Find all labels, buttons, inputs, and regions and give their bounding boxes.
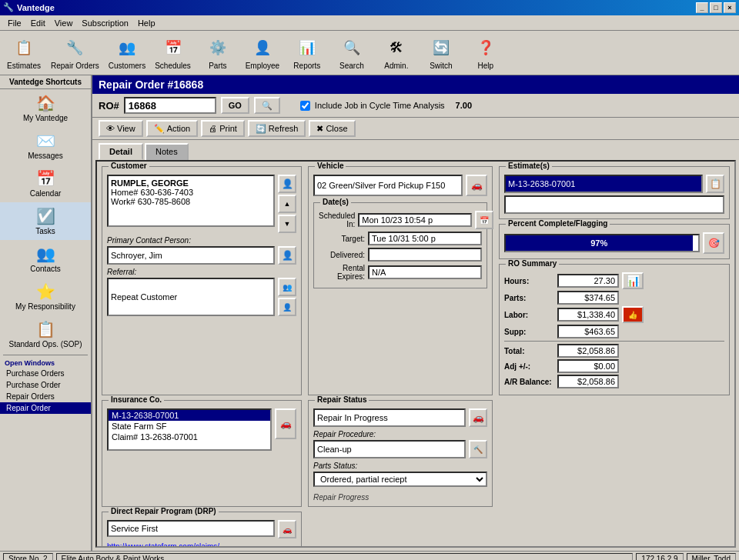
- toolbar-estimates[interactable]: 📋 Estimates: [5, 34, 43, 72]
- vehicle-group: Vehicle 🚗 Date(s) Scheduled In: 📅: [308, 166, 493, 395]
- labor-value[interactable]: [557, 308, 619, 322]
- close-icon: ✖: [316, 124, 323, 134]
- scheduled-in-calendar[interactable]: 📅: [475, 211, 493, 229]
- estimates-input2[interactable]: [504, 195, 724, 214]
- toolbar-customers[interactable]: 👥 Customers: [107, 34, 147, 72]
- rental-expires-input[interactable]: [368, 265, 482, 279]
- hours-detail-btn[interactable]: 📊: [622, 272, 644, 289]
- refresh-button[interactable]: 🔄 Refresh: [248, 120, 306, 137]
- vehicle-input[interactable]: [313, 175, 463, 196]
- menu-file[interactable]: File: [3, 17, 26, 29]
- referral-btn2[interactable]: 👤: [278, 298, 296, 316]
- menu-subscription[interactable]: Subscription: [77, 17, 133, 29]
- total-row: Total:: [504, 344, 724, 358]
- referral-input[interactable]: [107, 278, 275, 316]
- drp-link[interactable]: http://www.statefarm.com/claims/: [107, 542, 219, 548]
- menu-edit[interactable]: Edit: [26, 17, 50, 29]
- hours-value[interactable]: [557, 274, 619, 288]
- insurance-list[interactable]: M-13-2638-07001 State Farm SF Claim# 13-…: [107, 408, 272, 451]
- supp-value[interactable]: [557, 325, 619, 338]
- customer-scroll-down[interactable]: ▼: [278, 215, 296, 233]
- insurance-item-2[interactable]: Claim# 13-2638-07001: [109, 432, 270, 442]
- menu-help[interactable]: Help: [133, 17, 160, 29]
- primary-contact-input[interactable]: [107, 246, 275, 265]
- toolbar-parts[interactable]: ⚙️ Parts: [199, 34, 237, 72]
- repair-procedure-btn[interactable]: 🔨: [469, 440, 487, 458]
- repair-status-btn[interactable]: 🚗: [469, 408, 487, 427]
- repair-status-input[interactable]: [313, 408, 466, 427]
- repair-procedure-input[interactable]: [313, 440, 466, 458]
- drp-btn[interactable]: 🚗: [278, 520, 296, 538]
- sidebar-item-contacts[interactable]: 👥 Contacts: [0, 240, 91, 278]
- estimates-lookup[interactable]: 📋: [706, 175, 724, 193]
- open-window-purchase-orders[interactable]: Purchase Orders: [0, 368, 91, 379]
- primary-contact-lookup[interactable]: 👤: [278, 246, 296, 265]
- print-button[interactable]: 🖨 Print: [201, 120, 245, 137]
- tab-notes[interactable]: Notes: [145, 143, 189, 160]
- menu-view[interactable]: View: [50, 17, 78, 29]
- toolbar-admin[interactable]: 🛠 Admin.: [377, 34, 416, 72]
- insurance-item-1[interactable]: State Farm SF: [109, 421, 270, 432]
- reports-icon: 📊: [295, 35, 319, 60]
- form-row-2: Insurance Co. M-13-2638-07001 State Farm…: [102, 400, 730, 507]
- cycle-time-checkbox[interactable]: [300, 101, 310, 111]
- ro-search-button[interactable]: 🔍: [254, 97, 280, 114]
- parts-label: Parts: [209, 62, 226, 70]
- total-value[interactable]: [557, 344, 619, 358]
- status-store: Store No. 2: [3, 553, 53, 561]
- scheduled-in-input[interactable]: [358, 213, 472, 227]
- sidebar-label-my-responsibility: My Responsibility: [15, 302, 75, 311]
- close-button[interactable]: ×: [724, 2, 736, 13]
- open-window-repair-orders[interactable]: Repair Orders: [0, 391, 91, 402]
- percent-complete-btn[interactable]: 🎯: [703, 232, 724, 254]
- estimates-group: Estimate(s) 📋: [499, 166, 730, 219]
- help-label: Help: [478, 62, 494, 70]
- open-window-purchase-order[interactable]: Purchase Order: [0, 379, 91, 391]
- toolbar-search[interactable]: 🔍 Search: [333, 34, 371, 72]
- toolbar-repair-orders[interactable]: 🔧 Repair Orders: [49, 34, 101, 72]
- title-bar: 🔧 Vantedge _ □ ×: [0, 0, 739, 15]
- toolbar-switch[interactable]: 🔄 Switch: [422, 34, 460, 72]
- tab-detail[interactable]: Detail: [99, 143, 143, 160]
- insurance-item-0[interactable]: M-13-2638-07001: [109, 410, 270, 421]
- sidebar-item-my-vantedge[interactable]: 🏠 My Vantedge: [0, 89, 91, 127]
- toolbar-schedules[interactable]: 📅 Schedules: [153, 34, 192, 72]
- ro-go-button[interactable]: GO: [221, 97, 249, 114]
- sidebar-item-messages[interactable]: ✉️ Messages: [0, 127, 91, 165]
- drp-input[interactable]: [107, 520, 275, 537]
- estimates-input[interactable]: [504, 175, 703, 193]
- customer-lookup-button[interactable]: 👤: [278, 175, 296, 193]
- ro-summary-group: RO Summary Hours: 📊 Parts: Labor:: [499, 264, 730, 395]
- customer-scroll-up[interactable]: ▲: [278, 195, 296, 213]
- sidebar-item-standard-ops[interactable]: 📋 Standard Ops. (SOP): [0, 315, 91, 353]
- close-button[interactable]: ✖ Close: [309, 120, 355, 137]
- action-button[interactable]: ✏️ Action: [146, 120, 199, 137]
- toolbar-reports[interactable]: 📊 Reports: [288, 34, 326, 72]
- view-button[interactable]: 👁 View: [99, 120, 143, 137]
- form-row-3: Direct Repair Program (DRP) 🚗 http://www…: [102, 512, 730, 548]
- ar-balance-value[interactable]: [557, 375, 619, 388]
- hours-label: Hours:: [504, 277, 554, 285]
- labor-detail-btn[interactable]: 👍: [622, 306, 644, 323]
- parts-value[interactable]: [557, 291, 619, 305]
- insurance-btn[interactable]: 🚗: [275, 408, 296, 439]
- parts-status-select[interactable]: Ordered, partial recieptParts OrderedPar…: [313, 472, 487, 487]
- drp-group: Direct Repair Program (DRP) 🚗 http://www…: [102, 512, 302, 548]
- sidebar-item-tasks[interactable]: ☑️ Tasks: [0, 202, 91, 240]
- sidebar-item-my-responsibility[interactable]: ⭐ My Responsibility: [0, 278, 91, 315]
- target-input[interactable]: [368, 232, 482, 245]
- sidebar-item-calendar[interactable]: 📅 Calendar: [0, 165, 91, 202]
- maximize-button[interactable]: □: [710, 2, 722, 13]
- open-window-repair-order[interactable]: Repair Order: [0, 402, 91, 414]
- ro-number-input[interactable]: [124, 97, 216, 114]
- minimize-button[interactable]: _: [696, 2, 708, 13]
- vehicle-lookup-button[interactable]: 🚗: [466, 175, 487, 196]
- sidebar-label-contacts: Contacts: [30, 265, 60, 273]
- estimates-group-label: Estimate(s): [506, 162, 552, 170]
- toolbar-help[interactable]: ❓ Help: [466, 34, 505, 72]
- labor-row: Labor: 👍: [504, 306, 724, 323]
- referral-btn1[interactable]: 👥: [278, 278, 296, 296]
- toolbar-employee[interactable]: 👤 Employee: [243, 34, 282, 72]
- delivered-input[interactable]: [368, 248, 482, 262]
- adj-value[interactable]: [557, 359, 619, 373]
